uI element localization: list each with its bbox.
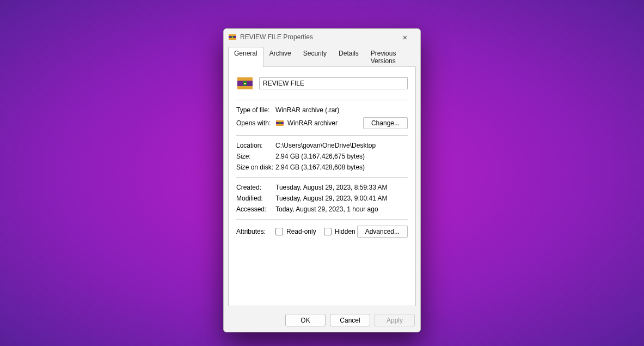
modified-label: Modified: bbox=[236, 195, 275, 202]
hidden-input[interactable] bbox=[324, 228, 332, 235]
created-label: Created: bbox=[236, 184, 275, 191]
created-value: Tuesday, August 29, 2023, 8:59:33 AM bbox=[275, 184, 408, 191]
modified-row: Modified: Tuesday, August 29, 2023, 9:00… bbox=[236, 193, 408, 204]
opens-with-row: Opens with: WinRAR archiver Change... bbox=[236, 116, 408, 131]
titlebar: REVIEW FILE Properties × bbox=[224, 29, 420, 45]
tab-archive[interactable]: Archive bbox=[263, 47, 297, 67]
dialog-footer: OK Cancel Apply bbox=[224, 311, 420, 332]
svg-rect-14 bbox=[279, 122, 281, 124]
window-title: REVIEW FILE Properties bbox=[240, 33, 393, 41]
type-label: Type of file: bbox=[236, 106, 275, 114]
location-label: Location: bbox=[236, 142, 275, 149]
modified-value: Tuesday, August 29, 2023, 9:00:41 AM bbox=[275, 195, 408, 202]
tabs: General Archive Security Details Previou… bbox=[224, 45, 420, 66]
accessed-value: Today, August 29, 2023, 1 hour ago bbox=[275, 205, 408, 213]
svg-point-10 bbox=[244, 82, 246, 83]
svg-rect-13 bbox=[276, 124, 284, 126]
accessed-row: Accessed: Today, August 29, 2023, 1 hour… bbox=[236, 204, 408, 215]
close-button[interactable]: × bbox=[393, 29, 417, 45]
separator bbox=[236, 135, 408, 136]
readonly-label: Read-only bbox=[286, 228, 316, 235]
size-on-disk-value: 2.94 GB (3,167,428,608 bytes) bbox=[275, 163, 408, 171]
winrar-icon bbox=[228, 33, 237, 41]
accessed-label: Accessed: bbox=[236, 205, 275, 213]
svg-rect-9 bbox=[244, 83, 246, 84]
separator bbox=[236, 219, 408, 220]
change-button[interactable]: Change... bbox=[363, 117, 408, 129]
location-value: C:\Users\govan\OneDrive\Desktop bbox=[275, 142, 408, 149]
svg-rect-1 bbox=[229, 34, 236, 36]
size-row: Size: 2.94 GB (3,167,426,675 bytes) bbox=[236, 151, 408, 162]
opens-with-label: Opens with: bbox=[236, 119, 275, 127]
cancel-button[interactable]: Cancel bbox=[330, 314, 370, 326]
svg-rect-2 bbox=[229, 38, 236, 40]
created-row: Created: Tuesday, August 29, 2023, 8:59:… bbox=[236, 182, 408, 193]
tab-general[interactable]: General bbox=[228, 47, 263, 67]
svg-rect-12 bbox=[276, 120, 284, 122]
type-row: Type of file: WinRAR archive (.rar) bbox=[236, 105, 408, 116]
size-value: 2.94 GB (3,167,426,675 bytes) bbox=[275, 153, 408, 160]
type-value: WinRAR archive (.rar) bbox=[275, 106, 408, 114]
ok-button[interactable]: OK bbox=[285, 314, 326, 326]
hidden-label: Hidden bbox=[335, 228, 355, 235]
close-icon: × bbox=[403, 33, 408, 42]
svg-rect-4 bbox=[232, 37, 233, 38]
winrar-icon bbox=[275, 119, 284, 128]
file-header-row bbox=[236, 72, 408, 95]
winrar-icon bbox=[236, 75, 254, 92]
tab-previous-versions[interactable]: Previous Versions bbox=[365, 47, 416, 67]
tab-security[interactable]: Security bbox=[297, 47, 333, 67]
filename-input[interactable] bbox=[259, 77, 408, 89]
svg-rect-7 bbox=[237, 86, 253, 89]
properties-dialog: REVIEW FILE Properties × General Archive… bbox=[223, 28, 421, 332]
size-on-disk-row: Size on disk: 2.94 GB (3,167,428,608 byt… bbox=[236, 162, 408, 173]
separator bbox=[236, 177, 408, 178]
hidden-checkbox[interactable]: Hidden bbox=[324, 228, 355, 235]
tab-content: Type of file: WinRAR archive (.rar) Open… bbox=[228, 66, 416, 306]
attributes-label: Attributes: bbox=[236, 228, 275, 235]
size-label: Size: bbox=[236, 153, 275, 160]
readonly-checkbox[interactable]: Read-only bbox=[275, 228, 316, 235]
opens-with-value: WinRAR archiver bbox=[287, 119, 338, 127]
advanced-button[interactable]: Advanced... bbox=[357, 226, 408, 238]
apply-button[interactable]: Apply bbox=[375, 314, 415, 326]
location-row: Location: C:\Users\govan\OneDrive\Deskto… bbox=[236, 140, 408, 151]
tab-details[interactable]: Details bbox=[333, 47, 365, 67]
attributes-row: Attributes: Read-only Hidden Advanced... bbox=[236, 224, 408, 239]
separator bbox=[236, 100, 408, 100]
size-on-disk-label: Size on disk: bbox=[236, 163, 275, 171]
svg-rect-6 bbox=[237, 77, 253, 81]
readonly-input[interactable] bbox=[275, 228, 283, 235]
